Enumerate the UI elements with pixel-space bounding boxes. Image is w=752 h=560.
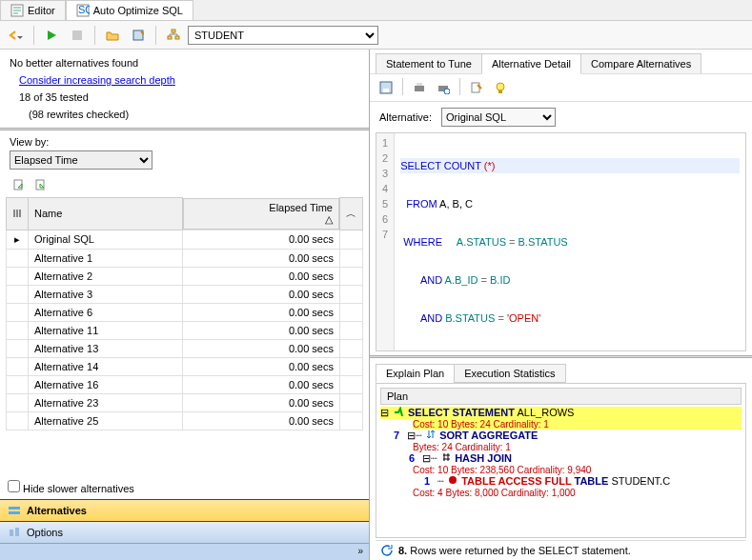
tab-alternative-detail[interactable]: Alternative Detail: [481, 53, 581, 74]
stop-button[interactable]: [66, 25, 89, 46]
plan-cost-2: Bytes: 24 Cardinality: 1: [413, 442, 742, 452]
row-pointer: [7, 267, 29, 285]
schema-button[interactable]: [162, 25, 185, 46]
print-button[interactable]: [409, 78, 430, 97]
svg-rect-3: [72, 30, 82, 40]
elapsed-col-header[interactable]: Elapsed Time △: [183, 198, 339, 230]
svg-rect-10: [13, 210, 15, 217]
alternative-select[interactable]: Original SQL: [441, 108, 556, 127]
row-scroll-cell: [340, 357, 363, 375]
row-name: Alternative 16: [29, 375, 183, 393]
hash-icon: [441, 452, 451, 462]
print-preview-button[interactable]: [433, 78, 454, 97]
status-footer: 8. Rows were returned by the SELECT stat…: [376, 540, 746, 560]
table-row[interactable]: Alternative 10.00 secs: [7, 249, 363, 267]
open-button[interactable]: [101, 25, 124, 46]
row-scroll-cell: [340, 230, 363, 249]
table-row[interactable]: Alternative 30.00 secs: [7, 285, 363, 303]
table-row[interactable]: Alternative 160.00 secs: [7, 375, 363, 393]
table-row[interactable]: Alternative 110.00 secs: [7, 321, 363, 339]
row-name: Alternative 6: [29, 303, 183, 321]
row-name: Alternative 23: [29, 393, 183, 411]
tested-count-text: 18 of 35 tested: [19, 91, 359, 103]
table-row[interactable]: Alternative 60.00 secs: [7, 303, 363, 321]
table-row[interactable]: Alternative 20.00 secs: [7, 267, 363, 285]
row-elapsed: 0.00 secs: [183, 339, 340, 357]
plan-cost-3: Cost: 10 Bytes: 238,560 Cardinality: 9,9…: [413, 465, 742, 475]
table-row[interactable]: Alternative 130.00 secs: [7, 339, 363, 357]
row-elapsed: 0.00 secs: [183, 321, 340, 339]
explain-plan-tree: Plan ⊟ SELECT STATEMENT ALL_ROWS Cost: 1…: [376, 383, 746, 538]
row-name: Original SQL: [29, 230, 183, 249]
tab-statement-to-tune[interactable]: Statement to Tune: [376, 53, 482, 74]
options-icon: [8, 526, 21, 539]
row-name: Alternative 14: [29, 357, 183, 375]
svg-rect-25: [498, 90, 502, 93]
plan-row-sort-aggregate[interactable]: 7⊟┈ SORT AGGREGATE: [394, 430, 742, 442]
table-row[interactable]: ▸Original SQL0.00 secs: [7, 230, 363, 249]
nav-options[interactable]: Options: [0, 521, 369, 543]
plan-row-select-statement[interactable]: ⊟ SELECT STATEMENT ALL_ROWS: [380, 407, 742, 419]
consider-depth-link[interactable]: Consider increasing search depth: [19, 74, 175, 86]
table-row[interactable]: Alternative 230.00 secs: [7, 393, 363, 411]
tab-auto-optimize[interactable]: SQL Auto Optimize SQL: [66, 0, 193, 20]
right-panel: Statement to Tune Alternative Detail Com…: [370, 50, 752, 560]
row-pointer: [7, 375, 29, 393]
row-name: Alternative 25: [29, 411, 183, 430]
line-gutter: 1234567: [376, 133, 395, 350]
tab-editor[interactable]: Editor: [0, 0, 66, 20]
view-by-label: View by:: [10, 136, 359, 148]
plan-row-hash-join[interactable]: 6⊟┈ HASH JOIN: [409, 452, 742, 465]
tab-compare-alternatives[interactable]: Compare Alternatives: [580, 53, 701, 74]
row-pointer: ▸: [7, 230, 29, 249]
row-elapsed: 0.00 secs: [183, 375, 340, 393]
nav-expand-footer[interactable]: »: [0, 543, 369, 560]
row-elapsed: 0.00 secs: [183, 249, 340, 267]
row-scroll-cell: [340, 375, 363, 393]
svg-rect-12: [19, 210, 21, 217]
editor-icon: [10, 4, 24, 17]
full-scan-icon: [448, 475, 457, 485]
left-panel: No better alternatives found Consider in…: [0, 50, 370, 560]
table-row[interactable]: Alternative 250.00 secs: [7, 411, 363, 430]
row-elapsed: 0.00 secs: [183, 357, 340, 375]
right-splitter[interactable]: [370, 355, 752, 358]
row-elapsed: 0.00 secs: [183, 411, 340, 430]
name-col-header[interactable]: Name: [29, 198, 183, 230]
save-button[interactable]: [127, 25, 150, 46]
tab-explain-plan[interactable]: Explain Plan: [376, 364, 455, 383]
plan-row-table-access-full[interactable]: 1┈ TABLE ACCESS FULL TABLE STUDENT.C: [424, 475, 742, 488]
sql-text[interactable]: SELECT COUNT (*) FROM A, B, C WHERE A.ST…: [395, 133, 745, 350]
back-dropdown-button[interactable]: [5, 25, 28, 46]
svg-rect-18: [383, 89, 389, 92]
no-better-text: No better alternatives found: [10, 57, 359, 69]
pointer-col-header[interactable]: [7, 198, 29, 230]
row-elapsed: 0.00 secs: [183, 303, 340, 321]
table-row[interactable]: Alternative 140.00 secs: [7, 357, 363, 375]
plan-column-header[interactable]: Plan: [380, 388, 742, 405]
main-tab-bar: Editor SQL Auto Optimize SQL: [0, 0, 752, 21]
refresh-icon[interactable]: [379, 544, 393, 557]
view-by-select[interactable]: Elapsed Time: [10, 150, 152, 170]
nav-alternatives[interactable]: Alternatives: [0, 499, 369, 521]
tab-auto-optimize-label: Auto Optimize SQL: [93, 5, 183, 16]
row-pointer: [7, 321, 29, 339]
save-sql-button[interactable]: [376, 78, 396, 97]
hide-slower-checkbox[interactable]: [8, 480, 20, 492]
export-button-1[interactable]: [10, 176, 29, 193]
row-name: Alternative 13: [29, 339, 183, 357]
export-button-2[interactable]: [31, 176, 51, 193]
run-button[interactable]: [40, 25, 63, 46]
alternative-label: Alternative:: [379, 111, 432, 123]
tab-editor-label: Editor: [28, 5, 55, 16]
light-bulb-button[interactable]: [490, 78, 511, 97]
row-pointer: [7, 393, 29, 411]
hide-slower-checkbox-label[interactable]: Hide slower alternatives: [8, 483, 134, 494]
row-scroll-cell: [340, 303, 363, 321]
row-elapsed: 0.00 secs: [183, 393, 340, 411]
row-name: Alternative 3: [29, 285, 183, 303]
database-select[interactable]: STUDENT: [188, 26, 378, 45]
tab-execution-statistics[interactable]: Execution Statistics: [454, 364, 565, 383]
sql-editor[interactable]: 1234567 SELECT COUNT (*) FROM A, B, C WH…: [376, 132, 746, 351]
edit-button[interactable]: [466, 78, 487, 97]
